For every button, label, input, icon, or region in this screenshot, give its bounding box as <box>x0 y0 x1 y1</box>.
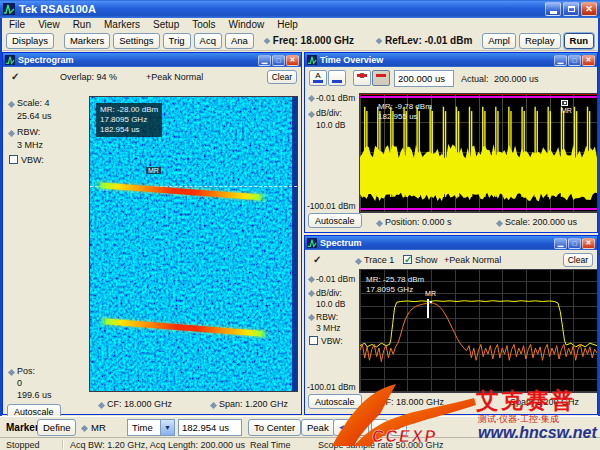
analysis-length-input[interactable] <box>394 70 454 87</box>
pos-label[interactable]: Pos: <box>17 366 35 376</box>
autoscale-button[interactable]: Autoscale <box>308 394 362 409</box>
clear-button[interactable]: Clear <box>563 253 593 267</box>
trace-orange <box>360 303 597 362</box>
spectrum-plot[interactable]: MR MR: -25.78 dBm 17.8095 GHz <box>359 269 598 393</box>
dbdiv-setting-icon <box>308 111 315 118</box>
cf-readout[interactable]: CF: 18.000 GHz <box>107 399 172 409</box>
close-button[interactable]: ✕ <box>581 2 597 16</box>
show-checkbox[interactable] <box>403 255 412 264</box>
acq-status: Acq BW: 1.20 GHz, Acq Length: 200.000 us <box>70 440 245 450</box>
dbdiv-setting-icon <box>308 290 315 297</box>
acq-button[interactable]: Acq <box>194 33 222 49</box>
menu-window[interactable]: Window <box>229 19 265 30</box>
settings-button[interactable]: Settings <box>113 33 159 49</box>
panel-maximize-button[interactable]: □ <box>568 238 581 249</box>
spectrogram-toolbar: ✓ Overlap: 94 % +Peak Normal Clear <box>4 68 300 86</box>
menu-help[interactable]: Help <box>277 19 298 30</box>
displays-button[interactable]: Displays <box>6 33 54 49</box>
marker-value-input[interactable] <box>178 419 242 436</box>
rbw-label[interactable]: RBW: <box>17 127 40 137</box>
position-readout[interactable]: Position: 0.000 s <box>385 217 452 227</box>
restore-button[interactable] <box>563 2 579 16</box>
rbw-label[interactable]: RBW: <box>316 312 338 322</box>
mr-label[interactable]: MR <box>91 422 106 433</box>
detection-mode-label: +Peak Normal <box>444 255 501 265</box>
menu-markers[interactable]: Markers <box>104 19 140 30</box>
vbw-checkbox[interactable] <box>309 336 318 345</box>
time-overview-title: Time Overview <box>320 55 383 65</box>
dbdiv-label[interactable]: dB/div: <box>316 288 342 298</box>
panel-close-button[interactable]: ✕ <box>582 55 595 66</box>
dbdiv-value: 10.0 dB <box>316 299 345 309</box>
spectrogram-plot[interactable]: MR MR: -28.00 dBm 17.8095 GHz 182.954 us <box>89 96 298 392</box>
replay-button[interactable]: Replay <box>519 33 561 49</box>
trace-check-icon[interactable]: ✓ <box>11 71 19 82</box>
spectrum-marker[interactable]: MR <box>427 300 429 318</box>
peak-button[interactable]: Peak <box>301 419 335 436</box>
clear-button[interactable]: Clear <box>267 70 297 84</box>
run-button[interactable]: Run <box>564 33 594 49</box>
panel-maximize-button[interactable]: □ <box>568 55 581 66</box>
top-ref-readout[interactable]: -0.01 dBm <box>316 274 355 284</box>
ref-level-line-bottom[interactable] <box>360 208 597 210</box>
panel-minimize-button[interactable]: ▁ <box>258 55 271 66</box>
reflev-setting-icon <box>376 37 383 44</box>
next-peak-lower-button[interactable]: ▼ <box>390 419 407 436</box>
window-titlebar: Tek RSA6100A ✕ <box>0 0 600 18</box>
time-overview-plot[interactable]: MR: -9.78 dBm 182.955 us MR <box>359 93 598 213</box>
menu-file[interactable]: File <box>9 19 25 30</box>
span-setting-icon <box>210 402 217 409</box>
span-readout[interactable]: Span: 1.200 GHz <box>219 399 288 409</box>
spectrogram-marker-readout: MR: -28.00 dBm 17.8095 GHz 182.954 us <box>96 103 162 137</box>
menu-run[interactable]: Run <box>73 19 91 30</box>
panel-icon <box>307 238 317 248</box>
vbw-checkbox[interactable] <box>9 155 18 164</box>
bottom-ref-readout: -100.01 dBm <box>307 382 356 392</box>
dbdiv-label[interactable]: dB/div: <box>316 108 342 118</box>
panel-close-button[interactable]: ✕ <box>582 238 595 249</box>
next-peak-higher-button[interactable]: ▲ <box>371 419 388 436</box>
next-peak-left-button[interactable]: ◄ <box>333 419 350 436</box>
time-marker-handle[interactable] <box>561 100 568 106</box>
top-ref-readout[interactable]: -0.01 dBm <box>316 93 355 103</box>
ana-button[interactable]: Ana <box>225 33 254 49</box>
markers-button[interactable]: Markers <box>64 33 110 49</box>
autoscale-button[interactable]: Autoscale <box>308 213 362 228</box>
minimize-button[interactable] <box>545 2 561 16</box>
next-peak-right-button[interactable]: ► <box>352 419 369 436</box>
panel-minimize-button[interactable]: ▁ <box>554 238 567 249</box>
status-bar: Stopped Acq BW: 1.20 GHz, Acq Length: 20… <box>0 437 600 450</box>
panel-maximize-button[interactable]: □ <box>272 55 285 66</box>
cf-readout[interactable]: CF: 18.000 GHz <box>379 397 444 407</box>
amplitude-vs-time-button[interactable]: A <box>309 70 327 86</box>
menu-tools[interactable]: Tools <box>192 19 215 30</box>
mr-setting-icon <box>81 425 88 432</box>
trig-button[interactable]: Trig <box>163 33 191 49</box>
readout-amplitude: MR: -25.78 dBm <box>366 275 424 285</box>
bottom-ref-readout: -100.01 dBm <box>307 201 356 211</box>
span-readout[interactable]: Span: 1.200 GHz <box>510 397 579 407</box>
spectrum-marker-label: MR <box>425 290 436 297</box>
time-overview-toolbar: A S Actual: 200.000 us <box>306 68 596 89</box>
panel-close-button[interactable]: ✕ <box>286 55 299 66</box>
scale-readout[interactable]: Scale: 200.000 us <box>505 217 577 227</box>
define-markers-button[interactable]: Define <box>37 419 76 436</box>
panel-minimize-button[interactable]: ▁ <box>554 55 567 66</box>
scale-label[interactable]: Scale: 4 <box>17 98 50 108</box>
spectrogram-marker-label[interactable]: MR <box>146 167 161 174</box>
frequency-vs-time-button[interactable] <box>328 70 346 86</box>
analysis-length-button[interactable] <box>372 70 390 86</box>
rbw-setting-icon <box>308 314 315 321</box>
topref-setting-icon <box>308 95 315 102</box>
rbw-setting-icon <box>8 130 15 137</box>
marker-type-select[interactable]: Time ▼ <box>127 419 175 436</box>
ref-level-line-top[interactable] <box>360 96 597 98</box>
to-center-button[interactable]: To Center <box>248 419 301 436</box>
menu-setup[interactable]: Setup <box>153 19 179 30</box>
menu-view[interactable]: View <box>38 19 60 30</box>
dropdown-arrow-icon[interactable]: ▼ <box>160 420 174 435</box>
trace-selector[interactable]: Trace 1 <box>364 255 394 265</box>
trace-check-icon[interactable]: ✓ <box>313 254 321 265</box>
spectrum-length-button[interactable]: S <box>353 70 371 86</box>
ampl-button[interactable]: Ampl <box>482 33 516 49</box>
